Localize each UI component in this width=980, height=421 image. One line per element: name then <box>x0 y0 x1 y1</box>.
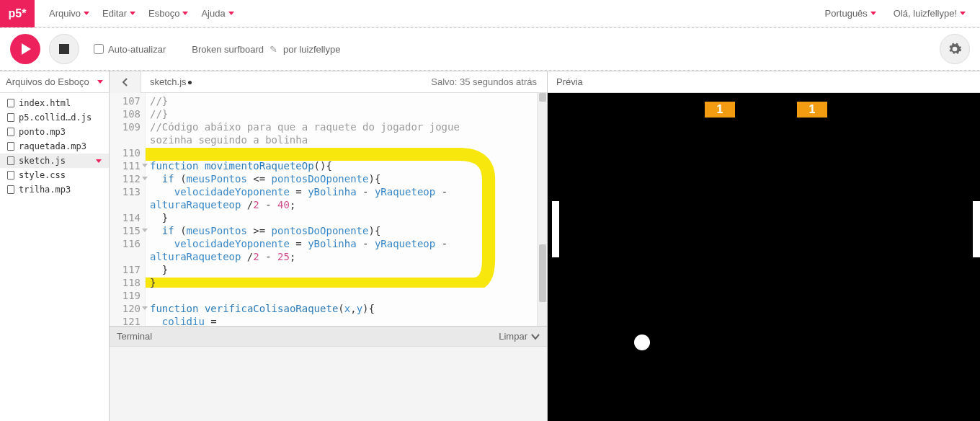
file-name: index.html <box>19 98 71 108</box>
file-item[interactable]: index.html <box>0 96 109 110</box>
editor-pane: sketch.js Salvo: 35 segundos atrás 10710… <box>110 71 548 421</box>
file-name: raquetada.mp3 <box>19 141 86 151</box>
user-menu[interactable]: Olá, luizfellype! <box>894 8 966 19</box>
edit-name-icon[interactable]: ✎ <box>270 44 277 55</box>
menu-help[interactable]: Ajuda <box>201 8 233 19</box>
file-item[interactable]: raquetada.mp3 <box>0 139 109 154</box>
file-item[interactable]: trilha.mp3 <box>0 182 109 197</box>
user-greeting: Olá, luizfellype! <box>894 8 957 19</box>
terminal-clear-button[interactable]: Limpar <box>499 331 540 342</box>
chevron-down-icon <box>531 333 540 340</box>
chevron-down-icon <box>182 12 188 15</box>
menu-file-label: Arquivo <box>49 8 81 19</box>
scrollbar[interactable] <box>537 93 547 326</box>
active-tab[interactable]: sketch.js <box>141 76 200 87</box>
chevron-down-icon <box>870 12 876 15</box>
score-left: 1 <box>705 102 735 118</box>
paddle-right <box>973 201 980 257</box>
settings-button[interactable] <box>940 34 970 64</box>
line-gutter: 1071081091101111121131141151161171181191… <box>110 93 146 326</box>
language-label: Português <box>825 8 868 19</box>
main-content: Arquivos do Esboço index.htmlp5.collid…d… <box>0 71 980 421</box>
unsaved-dot-icon <box>188 81 192 84</box>
stop-icon <box>59 44 69 54</box>
chevron-down-icon <box>228 12 234 15</box>
auto-refresh-label: Auto-atualizar <box>108 44 166 55</box>
terminal-header[interactable]: Terminal Limpar <box>110 326 547 346</box>
scroll-thumb[interactable] <box>539 244 546 302</box>
file-name: ponto.mp3 <box>19 127 66 137</box>
file-icon <box>7 185 14 194</box>
saved-status: Salvo: 35 segundos atrás <box>431 76 547 87</box>
auto-refresh-toggle[interactable]: Auto-atualizar <box>94 44 166 55</box>
file-name: style.css <box>19 170 66 180</box>
checkbox-icon[interactable] <box>94 44 104 54</box>
file-name: trilha.mp3 <box>19 185 71 195</box>
menu-file[interactable]: Arquivo <box>49 8 89 19</box>
stop-button[interactable] <box>49 34 79 64</box>
paddle-left <box>552 201 559 257</box>
file-icon <box>7 171 14 180</box>
chevron-down-icon <box>130 12 135 15</box>
file-item[interactable]: sketch.js <box>0 154 109 168</box>
code-lines[interactable]: //}//}//Código abáixo para que a raquete… <box>146 93 537 326</box>
score-right: 1 <box>797 102 827 118</box>
chevron-down-icon <box>96 159 102 163</box>
sidebar-header[interactable]: Arquivos do Esboço <box>0 71 109 93</box>
menu-sketch-label: Esboço <box>148 8 179 19</box>
file-icon <box>7 156 14 165</box>
file-name: p5.collid…d.js <box>19 112 92 123</box>
preview-pane: Prévia 1 1 <box>548 71 980 421</box>
scroll-arrow[interactable] <box>539 93 546 102</box>
sketch-name[interactable]: Broken surfboard <box>192 44 264 55</box>
file-item[interactable]: style.css <box>0 168 109 182</box>
terminal-clear-label: Limpar <box>499 331 527 342</box>
file-item[interactable]: ponto.mp3 <box>0 125 109 139</box>
file-sidebar: Arquivos do Esboço index.htmlp5.collid…d… <box>0 71 110 421</box>
menu-sketch[interactable]: Esboço <box>148 8 188 19</box>
language-select[interactable]: Português <box>825 8 876 19</box>
menu-edit[interactable]: Editar <box>102 8 135 19</box>
terminal-output[interactable] <box>110 346 547 421</box>
chevron-down-icon <box>84 12 89 15</box>
file-icon <box>7 128 14 136</box>
gear-icon <box>948 42 962 56</box>
code-editor[interactable]: 1071081091101111121131141151161171181191… <box>110 93 547 326</box>
editor-tabbar: sketch.js Salvo: 35 segundos atrás <box>110 71 547 93</box>
ball <box>634 334 650 350</box>
menu-edit-label: Editar <box>102 8 127 19</box>
chevron-down-icon <box>960 12 966 15</box>
by-label: por luizfellype <box>283 44 341 55</box>
file-icon <box>7 113 14 122</box>
p5-logo[interactable]: p5* <box>0 0 35 27</box>
sidebar-title: Arquivos do Esboço <box>6 76 89 87</box>
top-menu-bar: p5* Arquivo Editar Esboço Ajuda Portuguê… <box>0 0 980 27</box>
file-item[interactable]: p5.collid…d.js <box>0 110 109 125</box>
collapse-sidebar-button[interactable] <box>110 71 141 93</box>
toolbar: Auto-atualizar Broken surfboard ✎ por lu… <box>0 28 980 70</box>
file-list: index.htmlp5.collid…d.jsponto.mp3raqueta… <box>0 93 109 200</box>
preview-header: Prévia <box>548 71 980 93</box>
chevron-left-icon <box>122 78 129 87</box>
file-icon <box>7 142 14 151</box>
file-icon <box>7 99 14 107</box>
terminal-label: Terminal <box>117 331 152 342</box>
sketch-canvas[interactable]: 1 1 <box>548 93 980 421</box>
menu-help-label: Ajuda <box>201 8 225 19</box>
play-icon <box>22 43 31 55</box>
chevron-down-icon <box>97 80 103 84</box>
play-button[interactable] <box>10 34 40 64</box>
file-name: sketch.js <box>19 156 66 166</box>
